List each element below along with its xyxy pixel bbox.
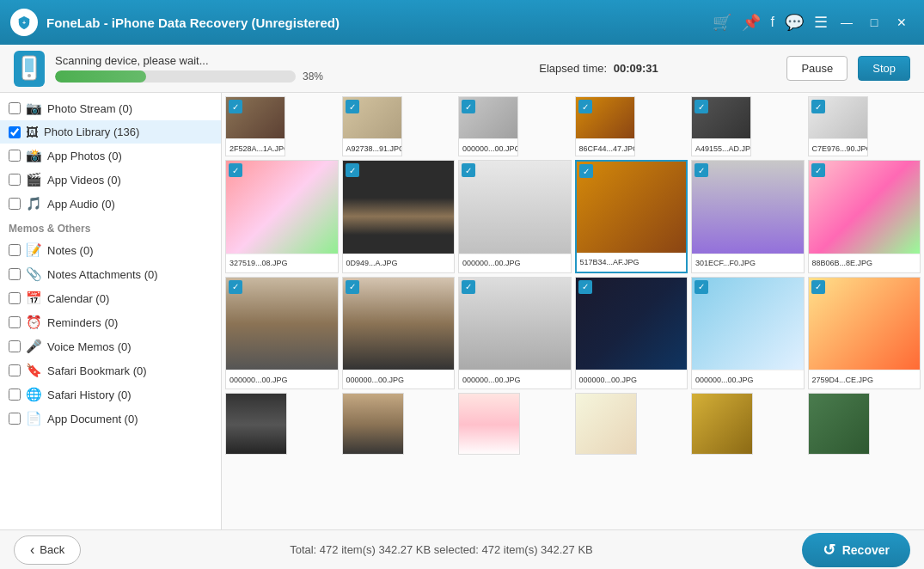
photo-check[interactable]	[578, 100, 592, 113]
sidebar-item-app-document[interactable]: 📄 App Document (0)	[0, 407, 221, 431]
notes-attach-label: Notes Attachments (0)	[47, 268, 158, 281]
photo-cell[interactable]	[225, 393, 287, 455]
photo-cell[interactable]: 301ECF...F0.JPG	[691, 160, 805, 273]
photo-cell[interactable]: 000000...00.JPG	[342, 277, 456, 390]
photo-check[interactable]	[462, 100, 475, 113]
notes-icon: 📝	[26, 242, 42, 258]
reminders-checkbox[interactable]	[9, 316, 21, 328]
photo-check[interactable]	[346, 163, 359, 177]
photo-check[interactable]	[229, 163, 242, 177]
chat-icon[interactable]: 💬	[785, 13, 804, 32]
photo-cell[interactable]: 0D949...A.JPG	[342, 160, 456, 273]
photo-cell[interactable]: 000000...00.JPG	[458, 277, 572, 390]
notes-checkbox[interactable]	[9, 244, 21, 256]
photo-stream-checkbox[interactable]	[9, 102, 21, 114]
menu-icon[interactable]: ☰	[814, 13, 828, 32]
photo-check[interactable]	[695, 163, 708, 177]
sidebar-item-photo-stream[interactable]: 📷 Photo Stream (0)	[0, 96, 221, 120]
photo-label: 000000...00.JPG	[459, 138, 517, 156]
sidebar-item-voice-memos[interactable]: 🎤 Voice Memos (0)	[0, 334, 221, 358]
safari-bookmark-checkbox[interactable]	[9, 364, 21, 376]
svg-text:+: +	[22, 20, 26, 26]
photo-check[interactable]	[695, 100, 708, 113]
photo-cell[interactable]: 000000...00.JPG	[225, 277, 339, 390]
calendar-checkbox[interactable]	[9, 292, 21, 304]
sidebar-item-reminders[interactable]: ⏰ Reminders (0)	[0, 310, 221, 334]
reminders-label: Reminders (0)	[47, 316, 118, 329]
photo-grid-container[interactable]: 2F528A...1A.JPG A92738...91.JPG 000000..…	[222, 93, 924, 529]
calendar-icon: 📅	[26, 291, 42, 306]
cart-icon[interactable]: 🛒	[713, 13, 731, 32]
photo-cell[interactable]: 2F528A...1A.JPG	[225, 96, 285, 156]
recover-button[interactable]: ↺ Recover	[802, 533, 910, 567]
sidebar-item-notes[interactable]: 📝 Notes (0)	[0, 238, 221, 262]
photo-cell[interactable]	[808, 393, 870, 455]
photo-cell[interactable]: 86CF44...47.JPG	[575, 96, 635, 156]
facebook-icon[interactable]: f	[771, 15, 774, 30]
photo-check[interactable]	[578, 280, 592, 294]
sidebar-item-app-photos[interactable]: 📸 App Photos (0)	[0, 144, 221, 168]
pin-icon[interactable]: 📌	[742, 13, 761, 32]
photo-check[interactable]	[229, 280, 242, 294]
photo-cell[interactable]: A92738...91.JPG	[342, 96, 402, 156]
photo-cell[interactable]: 88B06B...8E.JPG	[808, 160, 921, 273]
sidebar-item-notes-attachments[interactable]: 📎 Notes Attachments (0)	[0, 262, 221, 286]
photo-cell[interactable]: 000000...00.JPG	[458, 160, 572, 273]
photo-cell[interactable]	[691, 393, 753, 455]
close-button[interactable]: ✕	[890, 10, 914, 34]
minimize-button[interactable]: —	[835, 10, 859, 34]
sidebar-item-safari-history[interactable]: 🌐 Safari History (0)	[0, 382, 221, 407]
safari-bookmark-label: Safari Bookmark (0)	[47, 364, 147, 377]
photo-cell[interactable]	[575, 393, 637, 455]
photo-cell-highlighted[interactable]: 517B34...AF.JPG	[575, 160, 688, 273]
app-videos-icon: 🎬	[26, 172, 42, 187]
photo-library-icon: 🖼	[26, 125, 39, 139]
photo-check[interactable]	[346, 100, 359, 113]
photo-cell[interactable]: 000000...00.JPG	[575, 277, 688, 390]
main-content: 📷 Photo Stream (0) 🖼 Photo Library (136)…	[0, 93, 924, 529]
device-icon	[14, 51, 45, 87]
pause-button[interactable]: Pause	[786, 56, 848, 81]
photo-check[interactable]	[462, 163, 475, 177]
app-videos-checkbox[interactable]	[9, 174, 21, 186]
back-button[interactable]: ‹ Back	[14, 535, 81, 565]
photo-check[interactable]	[811, 280, 825, 294]
stop-button[interactable]: Stop	[858, 56, 910, 81]
elapsed-time: Elapsed time: 00:09:31	[421, 62, 777, 75]
sidebar-item-calendar[interactable]: 📅 Calendar (0)	[0, 286, 221, 310]
photo-check[interactable]	[229, 100, 242, 113]
photo-label: A49155...AD.JPG	[692, 138, 750, 156]
photo-cell[interactable]: 000000...00.JPG	[458, 96, 518, 156]
app-doc-checkbox[interactable]	[9, 413, 21, 425]
app-logo: +	[10, 9, 38, 36]
photo-cell[interactable]: A49155...AD.JPG	[691, 96, 751, 156]
photo-cell[interactable]: 000000...00.JPG	[691, 277, 805, 390]
photo-check[interactable]	[695, 280, 708, 294]
photo-cell[interactable]: 327519...08.JPG	[225, 160, 339, 273]
photo-cell[interactable]: 2759D4...CE.JPG	[808, 277, 921, 390]
sidebar-item-safari-bookmark[interactable]: 🔖 Safari Bookmark (0)	[0, 358, 221, 382]
voice-memos-checkbox[interactable]	[9, 340, 21, 352]
photo-label: 000000...00.JPG	[692, 370, 804, 389]
photo-check[interactable]	[811, 100, 825, 113]
photo-check[interactable]	[811, 163, 825, 177]
photo-cell[interactable]	[342, 393, 404, 455]
photo-label: 86CF44...47.JPG	[576, 138, 634, 156]
photo-label: 000000...00.JPG	[226, 370, 338, 389]
photo-label: 000000...00.JPG	[459, 254, 571, 272]
photo-cell[interactable]	[458, 393, 520, 455]
app-title: FoneLab - iPhone Data Recovery (Unregist…	[46, 15, 713, 30]
app-photos-checkbox[interactable]	[9, 150, 21, 162]
app-audio-checkbox[interactable]	[9, 198, 21, 210]
photo-check[interactable]	[579, 164, 593, 178]
notes-attach-checkbox[interactable]	[9, 268, 21, 280]
photo-cell[interactable]: C7E976...90.JPG	[808, 96, 868, 156]
photo-check[interactable]	[346, 280, 359, 294]
photo-library-checkbox[interactable]	[9, 126, 21, 138]
sidebar-item-app-videos[interactable]: 🎬 App Videos (0)	[0, 168, 221, 192]
photo-check[interactable]	[462, 280, 475, 294]
maximize-button[interactable]: □	[862, 10, 886, 34]
sidebar-item-photo-library[interactable]: 🖼 Photo Library (136)	[0, 120, 221, 144]
sidebar-item-app-audio[interactable]: 🎵 App Audio (0)	[0, 192, 221, 216]
safari-history-checkbox[interactable]	[9, 389, 21, 401]
